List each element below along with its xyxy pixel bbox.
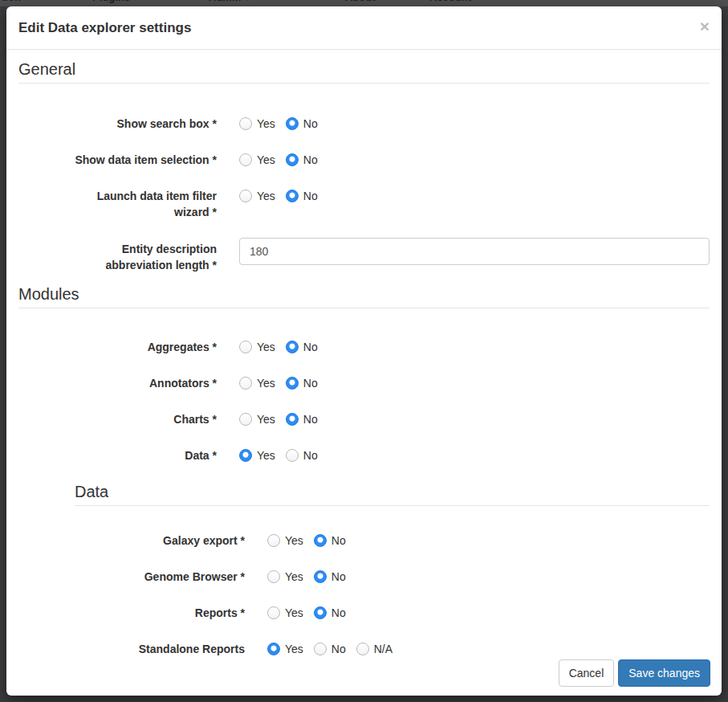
section-general: General Show search box * YesNo Show dat… xyxy=(18,50,710,273)
radio-option-yes[interactable]: Yes xyxy=(239,152,275,168)
radio-group-show-data-item-selection: YesNo xyxy=(239,152,710,170)
field-row-launch-data-item-filter-wizard: Launch data item filter wizard * YesNo xyxy=(18,188,710,220)
radio-unselected-icon[interactable] xyxy=(356,643,369,655)
radio-option-label: No xyxy=(303,411,318,427)
radio-selected-icon[interactable] xyxy=(286,190,299,202)
radio-selected-icon[interactable] xyxy=(239,449,252,462)
radio-option-label: Yes xyxy=(257,411,275,427)
radio-option-label: No xyxy=(331,605,346,621)
field-label: Show data item selection * xyxy=(18,152,217,168)
radio-option-no[interactable]: No xyxy=(286,152,318,168)
save-changes-button[interactable]: Save changes xyxy=(618,659,710,687)
radio-selected-icon[interactable] xyxy=(286,377,299,390)
radio-option-label: Yes xyxy=(285,569,303,585)
radio-unselected-icon[interactable] xyxy=(239,413,252,426)
radio-group-show-search-box: YesNo xyxy=(239,116,710,134)
radio-selected-icon[interactable] xyxy=(286,117,299,130)
radio-option-yes[interactable]: Yes xyxy=(239,411,275,427)
radio-selected-icon[interactable] xyxy=(314,606,327,619)
radio-option-yes[interactable]: Yes xyxy=(239,447,275,463)
radio-group-charts: YesNo xyxy=(239,411,710,430)
radio-option-yes[interactable]: Yes xyxy=(239,116,275,132)
modal-body: General Show search box * YesNo Show dat… xyxy=(6,50,722,659)
modal-footer: Cancel Save changes xyxy=(6,659,722,696)
radio-selected-icon[interactable] xyxy=(286,341,299,353)
radio-option-no[interactable]: No xyxy=(314,641,346,657)
field-label: Reports * xyxy=(18,605,245,621)
radio-option-no[interactable]: No xyxy=(314,533,346,549)
nav-item-account: Account xyxy=(429,0,471,6)
radio-option-yes[interactable]: Yes xyxy=(267,605,303,621)
field-label: Launch data item filter wizard * xyxy=(18,188,217,220)
radio-unselected-icon[interactable] xyxy=(286,449,299,462)
radio-unselected-icon[interactable] xyxy=(239,377,252,390)
radio-option-label: Yes xyxy=(257,375,275,391)
modal-title: Edit Data explorer settings xyxy=(18,19,191,37)
field-row-charts: Charts * YesNo xyxy=(18,411,710,430)
radio-unselected-icon[interactable] xyxy=(239,190,252,202)
entity-description-abbreviation-length-input[interactable] xyxy=(239,238,710,265)
field-label: Data * xyxy=(18,447,217,463)
radio-unselected-icon[interactable] xyxy=(314,643,327,655)
radio-unselected-icon[interactable] xyxy=(239,153,252,166)
radio-option-no[interactable]: No xyxy=(314,569,346,585)
background-navbar: tion ▾ Plugins ▾ Admin ▾ About ▾ Account xyxy=(0,0,728,6)
radio-option-label: Yes xyxy=(257,447,275,463)
radio-selected-icon[interactable] xyxy=(314,534,327,547)
radio-option-yes[interactable]: Yes xyxy=(239,339,275,355)
cancel-button[interactable]: Cancel xyxy=(559,659,615,687)
radio-option-no[interactable]: No xyxy=(286,188,318,204)
radio-option-label: Yes xyxy=(257,339,275,355)
radio-option-yes[interactable]: Yes xyxy=(267,533,303,549)
section-heading-modules: Modules xyxy=(18,273,710,308)
field-label: Genome Browser * xyxy=(18,569,245,585)
field-label: Galaxy export * xyxy=(18,533,245,549)
radio-option-na[interactable]: N/A xyxy=(356,641,392,657)
radio-option-label: No xyxy=(303,339,318,355)
radio-group-aggregates: YesNo xyxy=(239,339,710,357)
field-row-reports: Reports * YesNo xyxy=(18,605,710,623)
field-row-aggregates: Aggregates * YesNo xyxy=(18,339,710,357)
radio-unselected-icon[interactable] xyxy=(267,570,280,583)
radio-option-no[interactable]: No xyxy=(286,375,318,391)
radio-option-yes[interactable]: Yes xyxy=(239,375,275,391)
field-row-standalone-reports: Standalone Reports YesNoN/A xyxy=(18,641,710,659)
radio-option-label: Yes xyxy=(257,152,275,168)
radio-option-yes[interactable]: Yes xyxy=(267,641,303,657)
radio-unselected-icon[interactable] xyxy=(239,117,252,130)
radio-unselected-icon[interactable] xyxy=(267,534,280,547)
field-label: Entity description abbreviation length * xyxy=(18,238,217,273)
edit-data-explorer-settings-modal: Edit Data explorer settings × General Sh… xyxy=(6,6,722,696)
radio-option-label: No xyxy=(303,152,318,168)
field-label: Standalone Reports xyxy=(18,641,245,657)
radio-option-label: Yes xyxy=(257,116,275,132)
radio-option-no[interactable]: No xyxy=(286,116,318,132)
radio-option-no[interactable]: No xyxy=(286,447,318,463)
radio-option-no[interactable]: No xyxy=(286,411,318,427)
radio-option-label: No xyxy=(303,188,318,204)
radio-option-label: N/A xyxy=(374,641,392,657)
radio-group-galaxy-export: YesNo xyxy=(267,533,710,551)
radio-group-reports: YesNo xyxy=(267,605,710,623)
section-heading-general: General xyxy=(18,50,710,84)
close-icon[interactable]: × xyxy=(700,19,710,34)
section-modules: Modules Aggregates * YesNo Annotators * … xyxy=(18,273,710,466)
field-row-genome-browser: Genome Browser * YesNo xyxy=(18,569,710,587)
section-heading-data: Data xyxy=(75,466,710,506)
radio-unselected-icon[interactable] xyxy=(239,341,252,353)
radio-selected-icon[interactable] xyxy=(286,413,299,426)
radio-option-yes[interactable]: Yes xyxy=(267,569,303,585)
radio-unselected-icon[interactable] xyxy=(267,606,280,619)
radio-group-genome-browser: YesNo xyxy=(267,569,710,587)
radio-option-no[interactable]: No xyxy=(286,339,318,355)
radio-selected-icon[interactable] xyxy=(267,643,280,655)
radio-option-no[interactable]: No xyxy=(314,605,346,621)
radio-selected-icon[interactable] xyxy=(314,570,327,583)
radio-option-label: No xyxy=(331,569,346,585)
field-row-show-data-item-selection: Show data item selection * YesNo xyxy=(18,152,710,170)
radio-option-yes[interactable]: Yes xyxy=(239,188,275,204)
radio-selected-icon[interactable] xyxy=(286,153,299,166)
nav-item-admin: Admin ▾ xyxy=(209,0,250,6)
radio-group-standalone-reports: YesNoN/A xyxy=(267,641,710,659)
field-label: Aggregates * xyxy=(18,339,217,355)
